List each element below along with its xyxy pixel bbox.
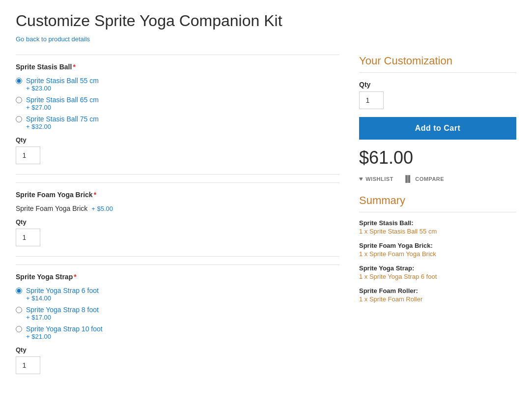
divider-1: [16, 174, 339, 175]
page-title: Customize Sprite Yoga Companion Kit: [16, 12, 516, 30]
option-name: Sprite Yoga Strap 8 foot: [26, 306, 99, 314]
option-name: Sprite Yoga Strap 6 foot: [26, 287, 99, 294]
customization-title: Your Customization: [359, 55, 516, 73]
yoga-strap-section: Sprite Yoga Strap* Sprite Yoga Strap 6 f…: [16, 264, 339, 374]
summary-item-value: 1 x Sprite Foam Yoga Brick: [359, 250, 516, 258]
stasis-ball-title: Sprite Stasis Ball*: [16, 63, 339, 71]
qty-label: Qty: [16, 218, 339, 226]
summary-list: Sprite Stasis Ball: 1 x Sprite Stasis Ba…: [359, 219, 516, 303]
sidebar-qty-label: Qty: [359, 81, 516, 88]
compare-label: COMPARE: [415, 176, 444, 182]
add-to-cart-button[interactable]: Add to Cart: [359, 117, 516, 140]
option-name: Sprite Stasis Ball 75 cm: [26, 115, 99, 123]
summary-item-name: Sprite Foam Yoga Brick:: [359, 242, 516, 249]
action-links: ♥ WISHLIST ▐▌ COMPARE: [359, 175, 516, 182]
summary-item-0: Sprite Stasis Ball: 1 x Sprite Stasis Ba…: [359, 219, 516, 235]
option-price: + $14.00: [26, 294, 99, 302]
stasis-ball-qty[interactable]: [16, 146, 40, 164]
required-star: *: [74, 273, 76, 281]
main-content: Sprite Stasis Ball* Sprite Stasis Ball 5…: [16, 55, 339, 384]
summary-item-name: Sprite Yoga Strap:: [359, 264, 516, 272]
sidebar-qty-input[interactable]: [359, 91, 384, 109]
wishlist-link[interactable]: ♥ WISHLIST: [359, 175, 393, 182]
option-strap-6[interactable]: Sprite Yoga Strap 6 foot + $14.00: [16, 287, 339, 302]
qty-label: Qty: [16, 346, 339, 353]
qty-label: Qty: [16, 136, 339, 144]
heart-icon: ♥: [359, 175, 363, 182]
summary-item-name: Sprite Stasis Ball:: [359, 219, 516, 227]
sidebar-qty-section: Qty: [359, 81, 516, 109]
compare-icon: ▐▌: [403, 175, 413, 182]
option-price: + $21.00: [26, 333, 103, 340]
summary-title: Summary: [359, 194, 516, 212]
foam-brick-title: Sprite Foam Yoga Brick*: [16, 191, 339, 199]
option-strap-10[interactable]: Sprite Yoga Strap 10 foot + $21.00: [16, 325, 339, 340]
foam-brick-section: Sprite Foam Yoga Brick* Sprite Foam Yoga…: [16, 182, 339, 246]
option-price: + $23.00: [26, 85, 99, 92]
option-name: Sprite Stasis Ball 65 cm: [26, 96, 99, 104]
divider-2: [16, 256, 339, 257]
yoga-strap-qty[interactable]: [16, 356, 40, 374]
compare-link[interactable]: ▐▌ COMPARE: [403, 175, 444, 182]
summary-item-1: Sprite Foam Yoga Brick: 1 x Sprite Foam …: [359, 242, 516, 258]
foam-brick-price: + $5.00: [91, 205, 113, 212]
foam-brick-name: Sprite Foam Yoga Brick: [16, 205, 87, 212]
option-name: Sprite Stasis Ball 55 cm: [26, 77, 99, 85]
option-strap-8[interactable]: Sprite Yoga Strap 8 foot + $17.00: [16, 306, 339, 321]
option-price: + $32.00: [26, 123, 99, 130]
option-ball-55[interactable]: Sprite Stasis Ball 55 cm + $23.00: [16, 77, 339, 92]
option-name: Sprite Yoga Strap 10 foot: [26, 325, 103, 333]
required-star: *: [73, 63, 75, 71]
back-link[interactable]: Go back to product details: [16, 35, 90, 43]
yoga-strap-title: Sprite Yoga Strap*: [16, 273, 339, 281]
sidebar: Your Customization Qty Add to Cart $61.0…: [359, 55, 516, 310]
total-price: $61.00: [359, 147, 516, 168]
summary-item-name: Sprite Foam Roller:: [359, 287, 516, 294]
stasis-ball-section: Sprite Stasis Ball* Sprite Stasis Ball 5…: [16, 55, 339, 164]
summary-item-2: Sprite Yoga Strap: 1 x Sprite Yoga Strap…: [359, 264, 516, 280]
option-price: + $17.00: [26, 314, 99, 321]
summary-item-value: 1 x Sprite Yoga Strap 6 foot: [359, 273, 516, 280]
option-ball-75[interactable]: Sprite Stasis Ball 75 cm + $32.00: [16, 115, 339, 130]
foam-brick-option: Sprite Foam Yoga Brick + $5.00: [16, 205, 339, 212]
foam-brick-qty[interactable]: [16, 229, 40, 246]
summary-item-3: Sprite Foam Roller: 1 x Sprite Foam Roll…: [359, 287, 516, 303]
wishlist-label: WISHLIST: [365, 176, 393, 182]
summary-item-value: 1 x Sprite Stasis Ball 55 cm: [359, 228, 516, 235]
option-ball-65[interactable]: Sprite Stasis Ball 65 cm + $27.00: [16, 96, 339, 111]
option-price: + $27.00: [26, 104, 99, 111]
summary-item-value: 1 x Sprite Foam Roller: [359, 295, 516, 303]
required-star: *: [94, 191, 96, 199]
